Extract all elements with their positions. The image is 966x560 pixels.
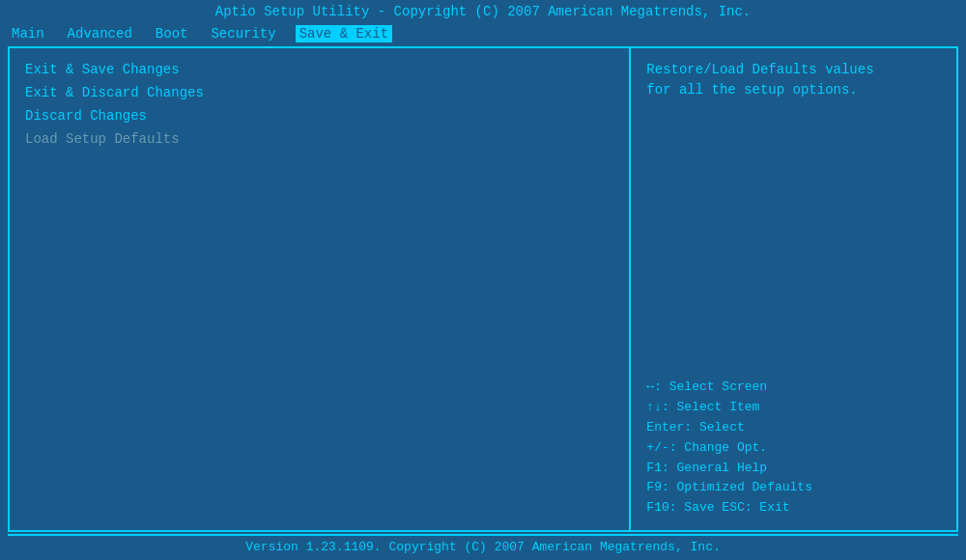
key-help: ↔: Select Screen↑↓: Select ItemEnter: Se… xyxy=(646,378,941,518)
right-panel: Restore/Load Defaults valuesfor all the … xyxy=(631,48,956,530)
menu-option-discard-changes[interactable]: Discard Changes xyxy=(25,106,613,126)
menu-item-security[interactable]: Security xyxy=(207,25,279,42)
menu-option-load-setup-defaults: Load Setup Defaults xyxy=(25,129,613,149)
help-text: Restore/Load Defaults valuesfor all the … xyxy=(646,60,941,100)
menu-item-advanced[interactable]: Advanced xyxy=(64,25,136,42)
title-text: Aptio Setup Utility - Copyright (C) 2007… xyxy=(215,4,752,19)
menu-item-main[interactable]: Main xyxy=(8,25,48,42)
menu-item-save---exit[interactable]: Save & Exit xyxy=(296,25,392,42)
menu-item-boot[interactable]: Boot xyxy=(152,25,192,42)
footer-text: Version 1.23.1109. Copyright (C) 2007 Am… xyxy=(245,540,720,554)
main-content: Exit & Save ChangesExit & Discard Change… xyxy=(8,46,958,532)
app: Aptio Setup Utility - Copyright (C) 2007… xyxy=(0,0,966,560)
menu-option-exit---save-changes[interactable]: Exit & Save Changes xyxy=(25,60,613,79)
menu-bar: MainAdvancedBootSecuritySave & Exit xyxy=(0,23,966,44)
title-bar: Aptio Setup Utility - Copyright (C) 2007… xyxy=(0,0,966,23)
left-panel: Exit & Save ChangesExit & Discard Change… xyxy=(10,48,631,530)
menu-option-exit---discard-changes[interactable]: Exit & Discard Changes xyxy=(25,83,613,102)
footer: Version 1.23.1109. Copyright (C) 2007 Am… xyxy=(8,534,958,558)
